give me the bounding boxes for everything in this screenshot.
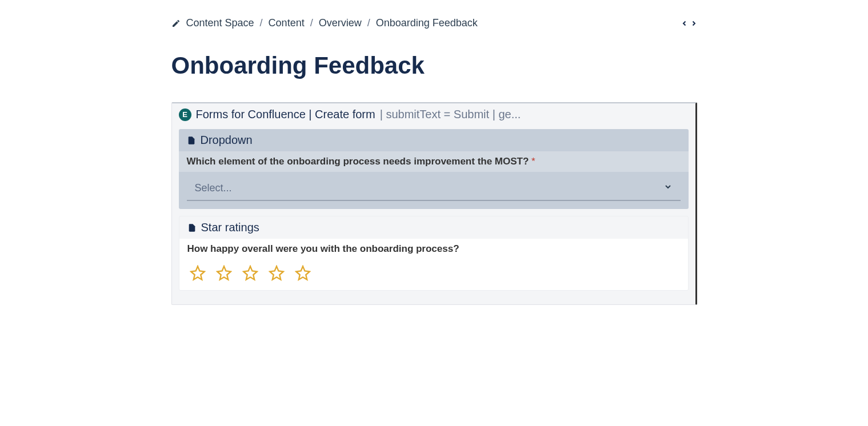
breadcrumb-item-0[interactable]: Content Space: [186, 17, 254, 29]
dropdown-select[interactable]: Select...: [187, 176, 681, 201]
macro-params: | submitText = Submit | ge...: [380, 108, 521, 121]
file-icon: [187, 223, 197, 233]
form-block-dropdown[interactable]: Dropdown Which element of the onboarding…: [179, 129, 689, 209]
edit-icon[interactable]: [171, 19, 181, 28]
arrow-right-icon: [690, 19, 697, 27]
star-4[interactable]: [269, 265, 285, 281]
page-title: Onboarding Feedback: [171, 52, 697, 79]
star-rating-input[interactable]: [179, 259, 688, 290]
dropdown-placeholder: Select...: [195, 182, 232, 194]
form-block-star-ratings[interactable]: Star ratings How happy overall were you …: [179, 216, 689, 291]
star-3[interactable]: [242, 265, 258, 281]
block-type-label: Dropdown: [201, 134, 253, 147]
file-icon: [187, 135, 196, 146]
field-label: How happy overall were you with the onbo…: [179, 239, 688, 259]
breadcrumb-separator: /: [260, 17, 263, 29]
required-indicator: *: [531, 156, 535, 167]
macro-header: E Forms for Confluence | Create form | s…: [172, 103, 695, 126]
block-header: Star ratings: [179, 216, 688, 239]
star-5[interactable]: [295, 265, 311, 281]
forms-macro-icon: E: [179, 108, 191, 121]
breadcrumb-separator: /: [310, 17, 313, 29]
breadcrumb-item-3: Onboarding Feedback: [376, 17, 478, 29]
star-1[interactable]: [190, 265, 206, 281]
page-width-toggle[interactable]: [681, 19, 697, 27]
breadcrumb-item-1[interactable]: Content: [269, 17, 305, 29]
breadcrumb: Content Space / Content / Overview / Onb…: [171, 17, 478, 29]
chevron-down-icon: [663, 182, 673, 194]
block-header: Dropdown: [179, 129, 689, 151]
arrow-left-icon: [681, 19, 688, 27]
block-type-label: Star ratings: [201, 221, 259, 234]
star-2[interactable]: [216, 265, 232, 281]
forms-macro[interactable]: E Forms for Confluence | Create form | s…: [171, 102, 697, 305]
breadcrumb-separator: /: [367, 17, 370, 29]
macro-name: Forms for Confluence | Create form: [196, 108, 375, 121]
field-label: Which element of the onboarding process …: [179, 151, 689, 172]
breadcrumb-item-2[interactable]: Overview: [319, 17, 362, 29]
